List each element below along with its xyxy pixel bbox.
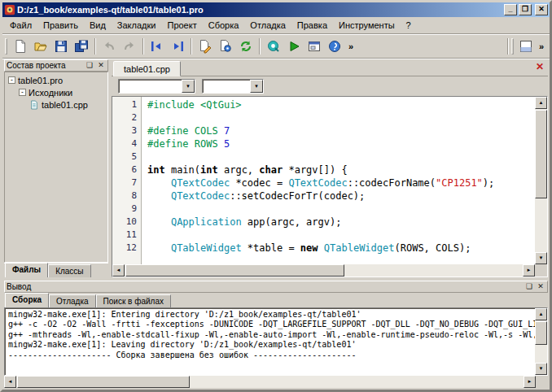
- chevron-down-icon[interactable]: ▼: [250, 80, 263, 93]
- menu-view[interactable]: Вид: [84, 18, 112, 33]
- close-file-button[interactable]: ✕: [533, 61, 546, 74]
- scroll-left-button[interactable]: ◄: [4, 376, 16, 388]
- indent-button[interactable]: [168, 37, 187, 56]
- scroll-right-button[interactable]: ►: [523, 264, 535, 277]
- project-panel-close-button[interactable]: ✕: [96, 61, 106, 70]
- title-bar[interactable]: D:/z1_book/examples-qt/table01/table01.p…: [2, 2, 550, 17]
- code-line: #define ROWS 5: [147, 137, 535, 150]
- unindent-button[interactable]: [147, 37, 167, 56]
- scroll-track[interactable]: [535, 320, 547, 363]
- code-line: [147, 111, 535, 124]
- tree-expander-icon[interactable]: -: [8, 76, 15, 84]
- rebuild-button[interactable]: [236, 37, 256, 56]
- build-button[interactable]: [216, 37, 235, 56]
- code-editor[interactable]: 123456789101112 #include <QtGui> #define…: [112, 96, 548, 277]
- file-icon: [29, 100, 39, 110]
- editor-tab-table01-cpp[interactable]: table01.cpp: [113, 61, 181, 76]
- menu-build[interactable]: Сборка: [203, 18, 245, 33]
- output-text[interactable]: mingw32-make.exe[1]: Entering directory …: [5, 308, 535, 375]
- menu-edit-2[interactable]: Правка: [291, 18, 333, 33]
- toggle-output-button[interactable]: [516, 37, 536, 56]
- tab-files[interactable]: Файлы: [5, 263, 48, 277]
- redo-icon: [122, 39, 137, 54]
- scroll-track[interactable]: [125, 264, 523, 277]
- editor-code[interactable]: #include <QtGui> #define COLS 7#define R…: [142, 97, 535, 264]
- toolbar-overflow-button[interactable]: »: [345, 37, 357, 55]
- class-navigator-combo[interactable]: ▼: [118, 79, 195, 94]
- output-vscrollbar[interactable]: ▲ ▼: [535, 308, 547, 375]
- scroll-up-button[interactable]: ▲: [535, 308, 547, 320]
- tree-item-table01-pro[interactable]: -table01.pro: [5, 74, 107, 86]
- output-panel-close-button[interactable]: ✕: [536, 282, 545, 291]
- scroll-down-button[interactable]: ▼: [535, 252, 547, 264]
- output-tab-debug[interactable]: Отладка: [49, 294, 96, 307]
- tree-item-table01-cpp[interactable]: table01.cpp: [5, 98, 107, 111]
- menu-help[interactable]: ?: [401, 18, 417, 33]
- code-token: char: [259, 164, 283, 176]
- toolbar2-overflow-button[interactable]: »: [536, 37, 547, 55]
- assistant-icon: [327, 39, 342, 54]
- scroll-up-button[interactable]: ▲: [535, 97, 547, 109]
- project-panel-float-button[interactable]: ❏: [85, 61, 94, 70]
- output-line: g++ -c -O2 -O2 -Wall -frtti -fexceptions…: [8, 320, 532, 329]
- save-button[interactable]: [51, 37, 71, 56]
- toolbar-separator: [191, 38, 192, 54]
- output-tab-build[interactable]: Сборка: [5, 293, 49, 307]
- assistant-button[interactable]: [325, 37, 344, 56]
- run-button[interactable]: [284, 37, 304, 56]
- minimize-button[interactable]: _: [504, 4, 517, 15]
- output-line: mingw32-make.exe[1]: Entering directory …: [8, 310, 532, 320]
- editor-hscrollbar[interactable]: ◄ ►: [112, 264, 535, 277]
- scroll-right-button[interactable]: ►: [524, 376, 536, 388]
- scroll-track[interactable]: [535, 109, 547, 252]
- code-token: [147, 177, 171, 189]
- output-tab-search-in-files[interactable]: Поиск в файлах: [96, 294, 171, 307]
- project-tree: -table01.pro-Исходникиtable01.cpp: [4, 72, 108, 263]
- app-icon: [4, 4, 15, 15]
- menu-file[interactable]: Файл: [4, 18, 37, 33]
- restore-button[interactable]: ❐: [519, 4, 532, 15]
- tree-item-sources[interactable]: -Исходники: [5, 86, 107, 98]
- undo-button[interactable]: [99, 37, 119, 56]
- toolbar-right-wrap: »: [505, 37, 547, 56]
- menu-edit[interactable]: Править: [37, 18, 84, 33]
- toolbar-right: [516, 37, 536, 56]
- new-file-button[interactable]: [11, 37, 30, 56]
- new-file-icon: [13, 39, 28, 54]
- tree-expander-icon[interactable]: -: [19, 89, 26, 96]
- code-line: #include <QtGui>: [147, 98, 535, 111]
- project-panel-header: Состав проекта ❏ ✕: [4, 59, 108, 72]
- menu-debug[interactable]: Отладка: [244, 18, 291, 33]
- rebuild-icon: [239, 39, 253, 54]
- output-hscrollbar[interactable]: ◄ ►: [4, 376, 536, 388]
- qmake-button[interactable]: [264, 37, 283, 56]
- project-panel-title: Состав проекта: [7, 61, 83, 70]
- tab-classes[interactable]: Классы: [48, 264, 90, 277]
- editor-vscrollbar[interactable]: ▲ ▼: [535, 97, 547, 264]
- close-window-button[interactable]: ✕: [535, 4, 548, 15]
- code-token: [147, 190, 171, 202]
- compile-button[interactable]: [195, 37, 215, 56]
- line-number: 7: [112, 176, 137, 189]
- scroll-thumb[interactable]: [125, 264, 344, 277]
- code-token: QTableWidget: [171, 242, 242, 254]
- function-navigator-combo[interactable]: ▼: [202, 79, 264, 94]
- scroll-thumb[interactable]: [535, 321, 547, 345]
- scroll-thumb[interactable]: [17, 376, 190, 388]
- redo-button[interactable]: [120, 37, 139, 56]
- chevron-down-icon[interactable]: ▼: [182, 80, 195, 93]
- menu-tools[interactable]: Инструменты: [333, 18, 401, 33]
- toolbar-handle[interactable]: [5, 38, 7, 54]
- menu-project[interactable]: Проект: [161, 18, 202, 33]
- menu-bookmarks[interactable]: Закладки: [112, 18, 162, 33]
- open-button[interactable]: [31, 37, 50, 56]
- toolbar2-handle[interactable]: [511, 38, 514, 54]
- save-all-button[interactable]: [72, 37, 91, 56]
- output-panel-float-button[interactable]: ❏: [524, 282, 534, 291]
- scroll-down-button[interactable]: ▼: [535, 363, 547, 375]
- designer-button[interactable]: [304, 37, 324, 56]
- scroll-track[interactable]: [16, 376, 524, 388]
- scroll-thumb[interactable]: [535, 110, 547, 198]
- editor-area: table01.cpp ✕ ▼ ▼ 123456789101112 #inclu…: [112, 59, 548, 277]
- scroll-left-button[interactable]: ◄: [112, 264, 125, 277]
